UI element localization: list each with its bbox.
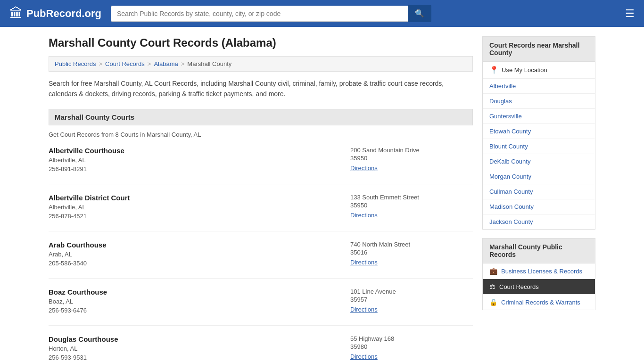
court-name: Albertville Courthouse [49, 147, 341, 155]
court-address: 740 North Main Street 35016 Directions [350, 241, 473, 267]
sidebar-nearby-link[interactable]: DeKalb County [489, 158, 530, 165]
search-input[interactable] [111, 6, 408, 22]
court-entry: Boaz Courthouse Boaz, AL 256-593-6476 10… [49, 288, 473, 314]
sidebar-nearby-item[interactable]: Etowah County [483, 124, 595, 139]
sidebar-nearby-item[interactable]: Guntersville [483, 109, 595, 124]
pub-record-icon: ⚖ [489, 283, 495, 290]
main-container: Marshall County Court Records (Alabama) … [39, 27, 605, 362]
court-divider [49, 325, 473, 326]
sidebar-nearby-link[interactable]: Blount County [489, 143, 528, 150]
court-zip: 35980 [350, 343, 473, 350]
sidebar-nearby-link[interactable]: Douglas [489, 98, 512, 105]
breadcrumb: Public Records > Court Records > Alabama… [49, 56, 473, 72]
court-info: Douglas Courthouse Horton, AL 256-593-95… [49, 335, 341, 361]
court-entry: Albertville Courthouse Albertville, AL 2… [49, 147, 473, 173]
sidebar-pub-records-item[interactable]: 🔒Criminal Records & Warrants [483, 295, 595, 310]
court-street: 101 Line Avenue [350, 288, 473, 295]
sidebar-nearby-item[interactable]: Cullman County [483, 184, 595, 199]
sidebar-nearby-item[interactable]: Jackson County [483, 214, 595, 229]
breadcrumb-marshall-county: Marshall County [187, 60, 231, 67]
court-name: Albertville District Court [49, 194, 341, 202]
directions-link[interactable]: Directions [350, 306, 378, 313]
page-title: Marshall County Court Records (Alabama) [49, 36, 473, 49]
site-logo[interactable]: 🏛 PubRecord.org [9, 6, 101, 21]
court-phone: 256-593-9531 [49, 354, 341, 361]
content-area: Marshall County Court Records (Alabama) … [49, 36, 473, 362]
sidebar-use-location[interactable]: 📍 Use My Location [483, 62, 595, 79]
sidebar-nearby-item[interactable]: Blount County [483, 139, 595, 154]
sidebar-nearby-item[interactable]: Albertville [483, 79, 595, 94]
breadcrumb-public-records[interactable]: Public Records [55, 60, 96, 67]
site-header: 🏛 PubRecord.org 🔍 ☰ [0, 0, 644, 27]
sidebar-nearby-item[interactable]: Douglas [483, 94, 595, 109]
court-city: Albertville, AL [49, 204, 341, 211]
search-bar: 🔍 [111, 5, 431, 22]
sidebar-nearby-link[interactable]: Guntersville [489, 113, 522, 120]
court-phone: 256-593-6476 [49, 307, 341, 314]
pub-record-link[interactable]: Business Licenses & Records [501, 268, 582, 275]
sidebar-nearby-link[interactable]: Morgan County [489, 173, 531, 180]
pub-record-link[interactable]: Court Records [499, 283, 539, 290]
sidebar-nearby-link[interactable]: Madison County [489, 203, 534, 210]
sidebar-nearby-item[interactable]: DeKalb County [483, 154, 595, 169]
sidebar-nearby-link[interactable]: Cullman County [489, 188, 533, 195]
pub-record-icon: 💼 [489, 267, 497, 275]
sidebar-nearby-link[interactable]: Jackson County [489, 218, 533, 225]
court-info: Albertville Courthouse Albertville, AL 2… [49, 147, 341, 173]
court-zip: 35957 [350, 296, 473, 303]
breadcrumb-alabama[interactable]: Alabama [154, 60, 178, 67]
sidebar-nearby-list: 📍 Use My Location AlbertvilleDouglasGunt… [482, 62, 595, 230]
sidebar-pub-records-item[interactable]: ⚖Court Records [483, 279, 595, 295]
breadcrumb-sep-2: > [148, 60, 151, 67]
court-zip: 35016 [350, 249, 473, 256]
court-entry: Albertville District Court Albertville, … [49, 194, 473, 220]
court-entry: Arab Courthouse Arab, AL 205-586-3540 74… [49, 241, 473, 267]
sidebar-nearby-link[interactable]: Albertville [489, 82, 516, 90]
page-description: Search for free Marshall County, AL Cour… [49, 78, 473, 99]
court-info: Arab Courthouse Arab, AL 205-586-3540 [49, 241, 341, 267]
pub-record-link[interactable]: Criminal Records & Warrants [501, 299, 580, 306]
court-city: Albertville, AL [49, 156, 341, 164]
court-address: 55 Highway 168 35980 Directions [350, 335, 473, 361]
court-street: 133 South Emmett Street [350, 194, 473, 201]
court-info: Boaz Courthouse Boaz, AL 256-593-6476 [49, 288, 341, 314]
court-city: Horton, AL [49, 345, 341, 352]
search-button[interactable]: 🔍 [408, 5, 431, 22]
court-street: 200 Sand Mountain Drive [350, 147, 473, 154]
court-name: Arab Courthouse [49, 241, 341, 249]
menu-icon: ☰ [625, 8, 635, 19]
directions-link[interactable]: Directions [350, 259, 378, 266]
court-divider [49, 231, 473, 231]
court-address: 133 South Emmett Street 35950 Directions [350, 194, 473, 220]
court-phone: 256-878-4521 [49, 213, 341, 220]
location-icon: 📍 [489, 66, 499, 74]
sidebar-nearby-link[interactable]: Etowah County [489, 128, 531, 135]
court-zip: 35950 [350, 155, 473, 162]
court-info: Albertville District Court Albertville, … [49, 194, 341, 220]
logo-icon: 🏛 [9, 6, 23, 21]
court-address: 200 Sand Mountain Drive 35950 Directions [350, 147, 473, 173]
menu-button[interactable]: ☰ [625, 8, 635, 20]
sidebar-nearby-item[interactable]: Morgan County [483, 169, 595, 184]
court-divider [49, 184, 473, 184]
directions-link[interactable]: Directions [350, 212, 378, 219]
court-zip: 35950 [350, 202, 473, 209]
court-entry: Douglas Courthouse Horton, AL 256-593-95… [49, 335, 473, 361]
breadcrumb-sep-1: > [99, 60, 102, 67]
sidebar-nearby-item[interactable]: Madison County [483, 199, 595, 214]
court-phone: 205-586-3540 [49, 260, 341, 267]
sidebar-pub-records-item[interactable]: 💼Business Licenses & Records [483, 263, 595, 279]
court-name: Boaz Courthouse [49, 288, 341, 296]
sidebar-public-records-header: Marshall County Public Records [482, 238, 595, 263]
court-city: Arab, AL [49, 251, 341, 258]
court-phone: 256-891-8291 [49, 165, 341, 173]
directions-link[interactable]: Directions [350, 353, 378, 360]
search-icon: 🔍 [415, 9, 424, 17]
sidebar: Court Records near Marshall County 📍 Use… [482, 36, 595, 362]
breadcrumb-court-records[interactable]: Court Records [105, 60, 145, 67]
logo-text: PubRecord.org [26, 8, 101, 20]
sidebar-public-records-list: 💼Business Licenses & Records⚖Court Recor… [482, 263, 595, 310]
directions-link[interactable]: Directions [350, 165, 378, 172]
court-name: Douglas Courthouse [49, 335, 341, 343]
courts-section-header: Marshall County Courts [49, 109, 473, 125]
